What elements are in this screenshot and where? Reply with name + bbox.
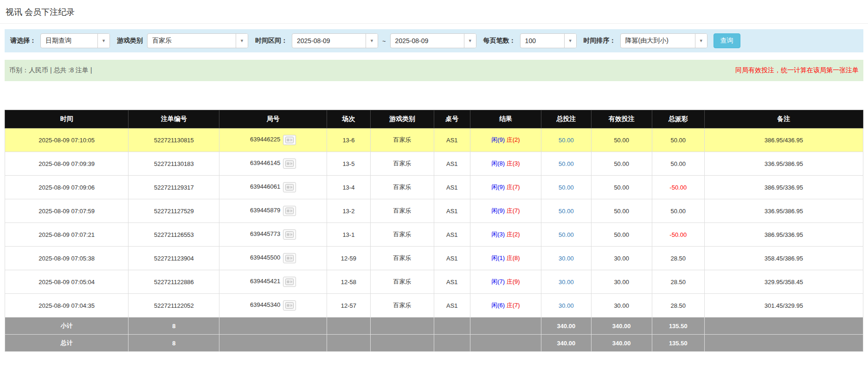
table-row: 2025-08-09 07:07:21522721126553639445773… — [5, 223, 863, 247]
total-bet-link[interactable]: 30.00 — [559, 302, 574, 309]
cell-payout: 50.00 — [652, 128, 704, 152]
total-bet-link[interactable]: 50.00 — [559, 208, 574, 215]
cell-time: 2025-08-09 07:07:59 — [5, 199, 129, 223]
cell-round-id: 639445773 — [219, 223, 327, 247]
table-body: 2025-08-09 07:10:05522721130815639446225… — [5, 128, 863, 318]
search-button[interactable]: 查询 — [714, 33, 740, 48]
result-banker: 庄(9) — [507, 278, 520, 285]
subtotal-payout: 135.50 — [652, 318, 704, 335]
total-empty — [327, 335, 370, 352]
video-replay-icon[interactable] — [283, 182, 296, 192]
cell-valid-bet: 30.00 — [591, 270, 652, 294]
header-session: 场次 — [327, 110, 370, 128]
total-payout: 135.50 — [652, 335, 704, 352]
date-from-select[interactable]: 2025-08-09 ▼ — [292, 33, 378, 48]
total-total-bet: 340.00 — [541, 335, 591, 352]
date-to-select[interactable]: 2025-08-09 ▼ — [390, 33, 476, 48]
total-empty — [704, 335, 863, 352]
cell-result: 闲(9) 庄(7) — [470, 176, 541, 199]
cell-payout: 50.00 — [652, 199, 704, 223]
cell-time: 2025-08-09 07:07:21 — [5, 223, 129, 247]
cell-total-bet: 50.00 — [541, 223, 591, 247]
result-banker: 庄(7) — [507, 184, 520, 190]
chevron-down-icon: ▼ — [236, 34, 248, 48]
header-game-type: 游戏类别 — [371, 110, 434, 128]
table-row: 2025-08-09 07:04:35522721122052639445340… — [5, 294, 863, 318]
cell-time: 2025-08-09 07:09:39 — [5, 152, 129, 176]
cell-total-bet: 30.00 — [541, 247, 591, 270]
subtotal-empty — [470, 318, 541, 335]
total-empty — [219, 335, 327, 352]
video-replay-icon[interactable] — [283, 229, 296, 240]
cell-remark: 329.95/358.45 — [704, 270, 863, 294]
result-player: 闲(8) — [491, 160, 505, 167]
cell-remark: 336.95/386.95 — [704, 199, 863, 223]
cell-time: 2025-08-09 07:09:06 — [5, 176, 129, 199]
result-player: 闲(9) — [491, 207, 505, 214]
summary-bar: 币别：人民币 | 总共 :8 注单 | 同局有效投注，统一计算在该局第一张注单 — [5, 60, 863, 81]
cell-total-bet: 50.00 — [541, 152, 591, 176]
total-bet-link[interactable]: 50.00 — [559, 137, 574, 144]
cell-result: 闲(9) 庄(2) — [470, 128, 541, 152]
result-banker: 庄(7) — [507, 302, 520, 309]
cell-table-no: AS1 — [434, 270, 470, 294]
video-replay-icon[interactable] — [283, 253, 296, 263]
query-type-select[interactable]: 日期查询 ▼ — [40, 33, 110, 48]
total-count: 8 — [129, 335, 219, 352]
total-bet-link[interactable]: 30.00 — [559, 255, 574, 262]
total-empty — [470, 335, 541, 352]
cell-session: 13-1 — [327, 223, 370, 247]
chevron-down-icon: ▼ — [695, 34, 707, 48]
total-bet-link[interactable]: 30.00 — [559, 279, 574, 286]
total-row: 总计 8 340.00 340.00 135.50 — [5, 335, 863, 352]
cell-table-no: AS1 — [434, 128, 470, 152]
total-bet-link[interactable]: 50.00 — [559, 184, 574, 191]
sort-select[interactable]: 降冪(由大到小) ▼ — [620, 33, 707, 48]
video-replay-icon[interactable] — [283, 277, 296, 287]
cell-payout: 28.50 — [652, 294, 704, 318]
cell-total-bet: 30.00 — [541, 294, 591, 318]
cell-game-type: 百家乐 — [371, 247, 434, 270]
cell-round-id: 639445421 — [219, 270, 327, 294]
cell-total-bet: 30.00 — [541, 270, 591, 294]
cell-total-bet: 50.00 — [541, 128, 591, 152]
sort-label: 时间排序： — [584, 37, 616, 45]
cell-remark: 386.95/336.95 — [704, 223, 863, 247]
chevron-down-icon: ▼ — [464, 34, 476, 48]
cell-payout: 28.50 — [652, 247, 704, 270]
cell-session: 12-59 — [327, 247, 370, 270]
cell-session: 13-2 — [327, 199, 370, 223]
game-type-select[interactable]: 百家乐 ▼ — [147, 33, 248, 48]
total-bet-link[interactable]: 50.00 — [559, 231, 574, 238]
per-page-select[interactable]: 100 ▼ — [520, 33, 577, 48]
cell-result: 闲(9) 庄(7) — [470, 199, 541, 223]
cell-time: 2025-08-09 07:10:05 — [5, 128, 129, 152]
video-replay-icon[interactable] — [283, 159, 296, 169]
cell-bet-id: 522721122886 — [129, 270, 219, 294]
cell-result: 闲(3) 庄(2) — [470, 223, 541, 247]
sort-value: 降冪(由大到小) — [621, 34, 673, 48]
cell-total-bet: 50.00 — [541, 199, 591, 223]
date-from-value: 2025-08-09 — [292, 34, 335, 48]
header-result: 结果 — [470, 110, 541, 128]
cell-round-id: 639445340 — [219, 294, 327, 318]
per-page-label: 每页笔数： — [483, 37, 516, 45]
subtotal-empty — [704, 318, 863, 335]
cell-result: 闲(8) 庄(3) — [470, 152, 541, 176]
cell-game-type: 百家乐 — [371, 270, 434, 294]
cell-valid-bet: 50.00 — [591, 152, 652, 176]
cell-session: 12-57 — [327, 294, 370, 318]
table-row: 2025-08-09 07:07:59522721127529639445879… — [5, 199, 863, 223]
total-empty — [434, 335, 470, 352]
cell-valid-bet: 50.00 — [591, 223, 652, 247]
header-table-no: 桌号 — [434, 110, 470, 128]
cell-table-no: AS1 — [434, 152, 470, 176]
cell-remark: 386.95/336.95 — [704, 176, 863, 199]
subtotal-count: 8 — [129, 318, 219, 335]
cell-round-id: 639445879 — [219, 199, 327, 223]
video-replay-icon[interactable] — [283, 135, 296, 145]
video-replay-icon[interactable] — [283, 206, 296, 216]
total-bet-link[interactable]: 50.00 — [559, 160, 574, 167]
result-player: 闲(1) — [491, 254, 505, 261]
video-replay-icon[interactable] — [283, 300, 296, 311]
